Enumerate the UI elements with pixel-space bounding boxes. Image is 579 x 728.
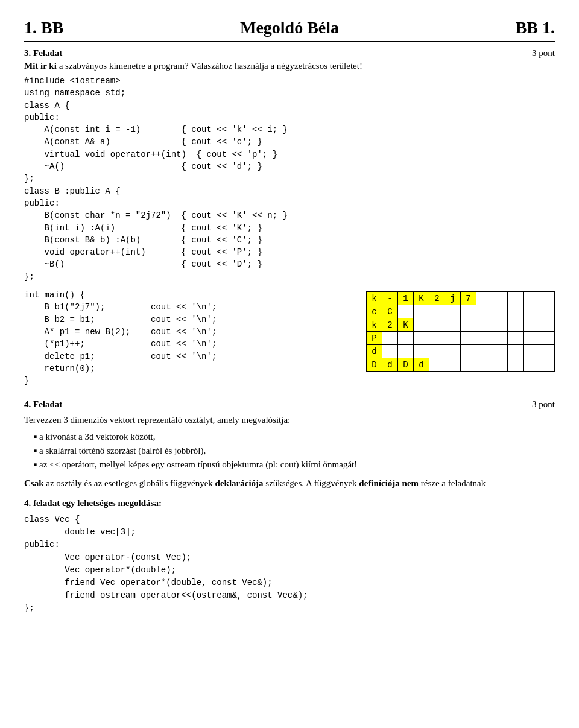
- task4-note-part3: nem része a feladatnak: [400, 478, 486, 488]
- task3-question-bold: Mit ír ki: [24, 61, 57, 71]
- grid-row: d: [367, 345, 555, 358]
- answer-grid: k-1K2j7cCk2KPdDdDd: [366, 291, 555, 372]
- grid-cell: [461, 358, 476, 372]
- header-left: 1. BB: [24, 18, 63, 37]
- grid-cell: [461, 318, 476, 332]
- header-center: Megoldó Béla: [63, 18, 515, 37]
- grid-cell: [508, 292, 524, 305]
- grid-cell: [476, 358, 492, 372]
- grid-row: P: [367, 332, 555, 345]
- grid-cell: [429, 318, 445, 332]
- grid-cell: 2: [429, 292, 445, 305]
- grid-cell: [492, 318, 508, 332]
- task4-note-part1: az osztály és az esetleges globális függ…: [44, 478, 215, 488]
- grid-cell: 2: [382, 318, 398, 332]
- divider: [24, 393, 555, 393]
- grid-cell: k: [367, 318, 382, 332]
- grid-cell: [492, 305, 508, 318]
- grid-cell: [445, 332, 461, 345]
- task4-note-part2: szükséges. A függvények: [264, 478, 359, 488]
- grid-cell: 7: [461, 292, 476, 305]
- grid-cell: [429, 358, 445, 372]
- grid-cell: [539, 332, 555, 345]
- grid-cell: [398, 345, 414, 358]
- grid-cell: [476, 332, 492, 345]
- grid-cell: [461, 345, 476, 358]
- grid-cell: [476, 345, 492, 358]
- task4-note-bold2: definíciója: [359, 478, 400, 488]
- header-right: BB 1.: [516, 18, 555, 37]
- grid-cell: [539, 305, 555, 318]
- task4-description: Tervezzen 3 dimenziós vektort reprezentá…: [24, 415, 290, 425]
- grid-cell: [414, 332, 429, 345]
- grid-cell: [508, 318, 524, 332]
- grid-cell: [382, 345, 398, 358]
- grid-cell: c: [367, 305, 382, 318]
- task3-main-content: int main() { B b1("2j7"); cout << '\n'; …: [24, 289, 555, 387]
- task4-points: 3 pont: [532, 399, 555, 410]
- grid-cell: d: [414, 358, 429, 372]
- grid-row: cC: [367, 305, 555, 318]
- grid-cell: [508, 305, 524, 318]
- grid-cell: [539, 358, 555, 372]
- grid-cell: [461, 332, 476, 345]
- grid-cell: [445, 345, 461, 358]
- grid-cell: [414, 305, 429, 318]
- grid-cell: 1: [398, 292, 414, 305]
- grid-cell: [414, 345, 429, 358]
- grid-cell: [524, 332, 539, 345]
- grid-cell: [539, 318, 555, 332]
- grid-cell: [429, 305, 445, 318]
- grid-row: k-1K2j7: [367, 292, 555, 305]
- solution-code: class Vec { double vec[3]; public: Vec o…: [24, 513, 555, 615]
- grid-cell: [524, 318, 539, 332]
- task3-question-rest: a szabványos kimenetre a program? Válasz…: [57, 61, 362, 71]
- grid-cell: [508, 358, 524, 372]
- grid-cell: [382, 332, 398, 345]
- task3-code: #include <iostream> using namespace std;…: [24, 75, 555, 283]
- grid-cell: [429, 345, 445, 358]
- task4-header: 4. Feladat 3 pont: [24, 399, 555, 410]
- grid-cell: d: [382, 358, 398, 372]
- grid-cell: [445, 358, 461, 372]
- task3-grid: k-1K2j7cCk2KPdDdDd: [366, 291, 555, 372]
- page-header: 1. BB Megoldó Béla BB 1.: [24, 18, 555, 42]
- task4-note-bold: deklarációja: [215, 478, 264, 488]
- task4-bullet-2: a skalárral történő szorzást (balról és …: [34, 444, 555, 458]
- grid-cell: P: [367, 332, 382, 345]
- grid-cell: [414, 318, 429, 332]
- grid-cell: [492, 292, 508, 305]
- task4-note: Csak az osztály és az esetleges globális…: [24, 476, 555, 490]
- task3-question: Mit ír ki a szabványos kimenetre a progr…: [24, 61, 555, 71]
- grid-cell: K: [414, 292, 429, 305]
- grid-cell: [476, 305, 492, 318]
- grid-cell: d: [367, 345, 382, 358]
- grid-cell: [524, 292, 539, 305]
- grid-cell: K: [398, 318, 414, 332]
- grid-cell: [508, 332, 524, 345]
- task3-main-code: int main() { B b1("2j7"); cout << '\n'; …: [24, 289, 354, 387]
- task4-bullet-1: a kivonást a 3d vektorok között,: [34, 430, 555, 444]
- grid-cell: [398, 332, 414, 345]
- grid-cell: [492, 332, 508, 345]
- grid-cell: C: [382, 305, 398, 318]
- grid-cell: [398, 305, 414, 318]
- task3-header: 3. Feladat 3 pont: [24, 48, 555, 59]
- grid-cell: [539, 292, 555, 305]
- grid-cell: [461, 305, 476, 318]
- grid-cell: [524, 305, 539, 318]
- grid-cell: [524, 358, 539, 372]
- task4-note-only: Csak: [24, 478, 44, 488]
- grid-cell: [524, 345, 539, 358]
- solution-header: 4. feladat egy lehetséges megoldása:: [24, 498, 555, 508]
- grid-cell: [539, 345, 555, 358]
- task3-label: 3. Feladat: [24, 48, 62, 59]
- grid-row: k2K: [367, 318, 555, 332]
- task4-label: 4. Feladat: [24, 399, 62, 410]
- task4-bullets: a kivonást a 3d vektorok között, a skalá…: [24, 430, 555, 472]
- grid-cell: [492, 358, 508, 372]
- task4-description-block: Tervezzen 3 dimenziós vektort reprezentá…: [24, 413, 555, 472]
- grid-cell: j: [445, 292, 461, 305]
- grid-cell: [429, 332, 445, 345]
- grid-cell: -: [382, 292, 398, 305]
